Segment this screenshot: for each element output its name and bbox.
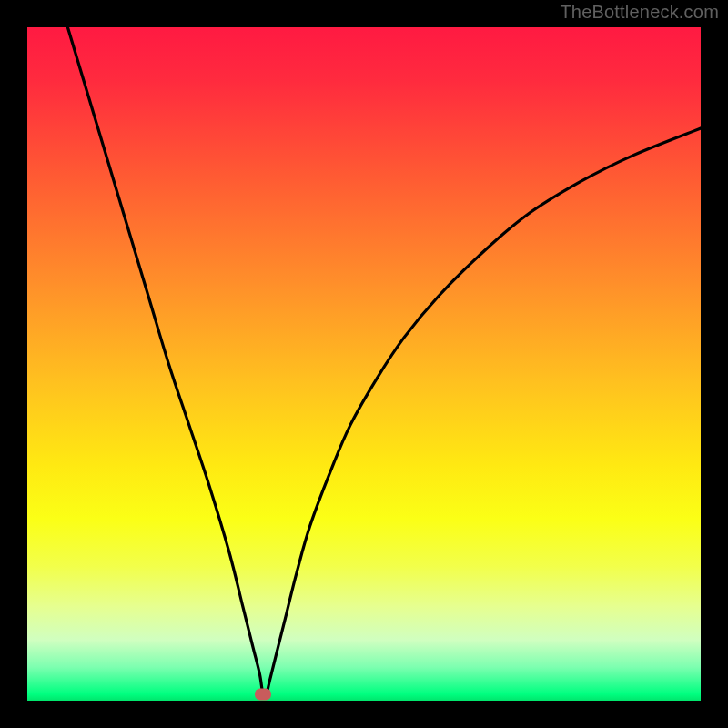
watermark-text: TheBottleneck.com	[560, 2, 719, 23]
plot-area	[27, 27, 701, 701]
optimum-marker	[255, 688, 271, 700]
bottleneck-curve	[67, 27, 701, 696]
chart-frame: TheBottleneck.com	[0, 0, 728, 728]
curve-svg	[27, 27, 701, 701]
